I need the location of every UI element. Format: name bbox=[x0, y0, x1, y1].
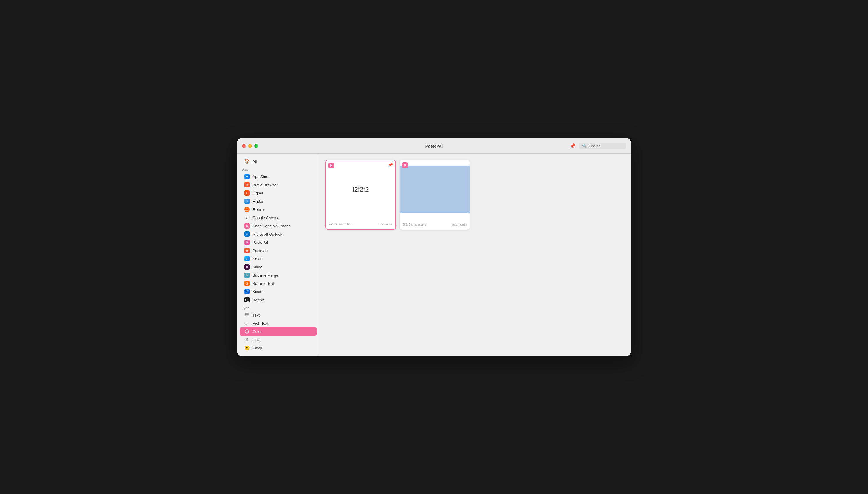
sidebar-item-emoji[interactable]: 😊 Emoji bbox=[240, 344, 317, 352]
sidebar-item-khoa[interactable]: K Khoa Dang sin iPhone bbox=[240, 222, 317, 230]
sidebar-item-figma-label: Figma bbox=[253, 191, 263, 195]
char-count-2: 6 characters bbox=[409, 223, 427, 226]
xcode-icon: X bbox=[244, 289, 250, 294]
sidebar-item-outlook-label: Microsoft Outlook bbox=[253, 232, 282, 236]
sidebar-item-safari[interactable]: ⊕ Safari bbox=[240, 254, 317, 263]
svg-rect-2 bbox=[245, 316, 248, 316]
shortcut-symbol-1: ⌘1 bbox=[329, 222, 334, 226]
svg-rect-4 bbox=[245, 323, 249, 323]
shortcut-symbol-2: ⌘2 bbox=[402, 223, 408, 226]
sidebar-item-rich-text-label: Rich Text bbox=[253, 321, 268, 326]
sidebar-item-sublime-merge[interactable]: M Sublime Merge bbox=[240, 271, 317, 279]
sidebar-item-firefox[interactable]: 🦊 Firefox bbox=[240, 205, 317, 213]
sidebar-item-all-label: All bbox=[253, 159, 257, 164]
card-pin-1: 📌 bbox=[388, 163, 393, 167]
sidebar-item-slack[interactable]: # Slack bbox=[240, 263, 317, 271]
text-type-icon bbox=[244, 312, 250, 318]
sidebar-item-iterm2-label: iTerm2 bbox=[253, 298, 264, 302]
sidebar-item-sublime-text[interactable]: S Sublime Text bbox=[240, 279, 317, 287]
finder-icon: ☺ bbox=[244, 198, 250, 204]
card-badge-2: K bbox=[402, 162, 408, 168]
rich-text-type-icon bbox=[244, 321, 250, 326]
sidebar-item-rich-text[interactable]: Rich Text bbox=[240, 319, 317, 327]
svg-rect-6 bbox=[245, 325, 247, 325]
sidebar-item-finder[interactable]: ☺ Finder bbox=[240, 197, 317, 205]
search-bar[interactable]: 🔍 bbox=[579, 142, 626, 149]
sidebar-item-brave-label: Brave Browser bbox=[253, 183, 277, 187]
maximize-button[interactable] bbox=[254, 144, 258, 148]
svg-point-8 bbox=[246, 331, 247, 332]
titlebar: PastePal 📌 🔍 bbox=[237, 138, 631, 154]
content-area: K 📌 f2f2f2 ⌘1 6 characters last week bbox=[320, 154, 631, 356]
cards-grid: K 📌 f2f2f2 ⌘1 6 characters last week bbox=[325, 159, 625, 230]
svg-point-9 bbox=[248, 331, 249, 332]
sidebar-item-all[interactable]: 🏠 All bbox=[240, 157, 317, 166]
sidebar-item-sublime-text-label: Sublime Text bbox=[253, 281, 274, 286]
sidebar-item-pastepal-label: PastePal bbox=[253, 240, 268, 245]
sidebar-item-xcode-label: Xcode bbox=[253, 289, 264, 294]
sidebar-item-pastepal[interactable]: P PastePal bbox=[240, 238, 317, 246]
sidebar-item-color[interactable]: Color bbox=[240, 327, 317, 336]
outlook-icon: ✉ bbox=[244, 231, 250, 237]
card-shortcut-1: ⌘1 6 characters bbox=[329, 222, 352, 226]
sidebar-item-app-store[interactable]: A App Store bbox=[240, 172, 317, 181]
svg-rect-1 bbox=[245, 315, 249, 315]
sidebar: 🏠 All App A App Store B Brave Browser F bbox=[237, 154, 320, 356]
char-count-1: 6 characters bbox=[335, 222, 352, 226]
card-body-2 bbox=[400, 160, 470, 219]
minimize-button[interactable] bbox=[248, 144, 252, 148]
svg-rect-0 bbox=[245, 313, 249, 314]
card-footer-2: ⌘2 6 characters last month bbox=[400, 219, 470, 230]
brave-icon: B bbox=[244, 182, 250, 187]
safari-icon: ⊕ bbox=[244, 256, 250, 261]
sidebar-item-text-label: Text bbox=[253, 313, 259, 318]
sidebar-item-app-store-label: App Store bbox=[253, 174, 270, 179]
timestamp-1: last week bbox=[379, 222, 392, 226]
firefox-icon: 🦊 bbox=[244, 207, 250, 212]
sidebar-item-emoji-label: Emoji bbox=[253, 346, 262, 350]
clipboard-card-2[interactable]: K ⌘2 6 characters last month bbox=[399, 159, 470, 230]
figma-icon: F bbox=[244, 190, 250, 196]
sidebar-item-finder-label: Finder bbox=[253, 199, 264, 204]
sidebar-item-iterm2[interactable]: >_ iTerm2 bbox=[240, 296, 317, 304]
sidebar-item-microsoft-outlook[interactable]: ✉ Microsoft Outlook bbox=[240, 230, 317, 238]
sidebar-item-color-label: Color bbox=[253, 329, 261, 334]
sidebar-item-text[interactable]: Text bbox=[240, 311, 317, 319]
svg-rect-5 bbox=[245, 324, 248, 324]
sidebar-item-khoa-label: Khoa Dang sin iPhone bbox=[253, 224, 290, 228]
pastepal-icon: P bbox=[244, 240, 250, 245]
sidebar-item-safari-label: Safari bbox=[253, 257, 263, 261]
color-swatch-2 bbox=[400, 166, 470, 213]
sidebar-item-chrome-label: Google Chrome bbox=[253, 215, 279, 220]
link-type-icon bbox=[244, 337, 250, 342]
traffic-lights bbox=[242, 144, 258, 148]
sublime-merge-icon: M bbox=[244, 272, 250, 278]
sidebar-item-postman[interactable]: ◉ Postman bbox=[240, 246, 317, 254]
sidebar-item-slack-label: Slack bbox=[253, 265, 262, 269]
titlebar-actions: 📌 🔍 bbox=[569, 142, 626, 149]
main-content: 🏠 All App A App Store B Brave Browser F bbox=[237, 154, 631, 356]
sidebar-item-postman-label: Postman bbox=[253, 248, 268, 253]
sidebar-item-figma[interactable]: F Figma bbox=[240, 189, 317, 197]
card-footer-1: ⌘1 6 characters last week bbox=[326, 219, 395, 229]
postman-icon: ◉ bbox=[244, 248, 250, 253]
search-input[interactable] bbox=[589, 144, 623, 148]
sidebar-section-app: App bbox=[237, 166, 319, 172]
sidebar-item-link-label: Link bbox=[253, 338, 259, 342]
sidebar-item-brave-browser[interactable]: B Brave Browser bbox=[240, 181, 317, 189]
sublime-text-icon: S bbox=[244, 281, 250, 286]
app-store-icon: A bbox=[244, 174, 250, 179]
pin-icon[interactable]: 📌 bbox=[569, 143, 576, 149]
home-icon: 🏠 bbox=[244, 159, 250, 164]
clipboard-card-1[interactable]: K 📌 f2f2f2 ⌘1 6 characters last week bbox=[325, 159, 396, 230]
sidebar-item-xcode[interactable]: X Xcode bbox=[240, 287, 317, 296]
card-shortcut-2: ⌘2 6 characters bbox=[402, 223, 427, 226]
sidebar-item-sublime-merge-label: Sublime Merge bbox=[253, 273, 278, 278]
close-button[interactable] bbox=[242, 144, 246, 148]
color-type-icon bbox=[244, 329, 250, 334]
sidebar-item-link[interactable]: Link bbox=[240, 336, 317, 344]
khoa-icon: K bbox=[244, 223, 250, 229]
app-window: PastePal 📌 🔍 🏠 All App A App Store bbox=[237, 138, 631, 356]
sidebar-item-firefox-label: Firefox bbox=[253, 207, 264, 212]
sidebar-item-google-chrome[interactable]: ⊙ Google Chrome bbox=[240, 213, 317, 222]
